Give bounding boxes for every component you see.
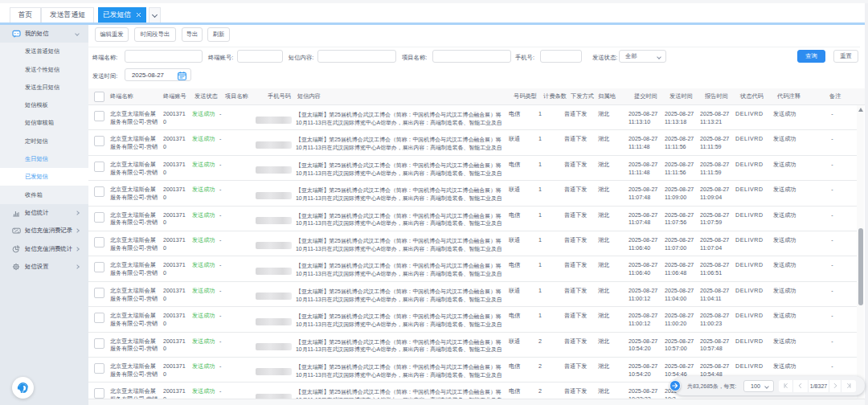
page-indicator[interactable]: 1/8327: [809, 380, 829, 392]
cell-send-mode: 普通下发: [563, 256, 595, 280]
next-page-button[interactable]: [829, 380, 841, 392]
help-fab-button[interactable]: [12, 377, 34, 399]
checkbox-box: [94, 363, 104, 374]
tab-list-dropdown-button[interactable]: [149, 7, 161, 22]
project-name-input[interactable]: [432, 50, 511, 63]
pagination-collapse-button[interactable]: [669, 380, 681, 391]
row-checkbox[interactable]: [88, 207, 110, 231]
cell-project: -: [225, 358, 254, 382]
last-page-button[interactable]: [841, 380, 855, 392]
reset-button[interactable]: 重置: [833, 50, 858, 63]
cell-terminal-name: 北京亚太瑞斯会展服务有限公司-营销: [110, 105, 163, 129]
sidebar-item-发送生日短信[interactable]: 发送生日短信: [0, 79, 88, 96]
cell-region: 湖北: [595, 333, 623, 357]
sidebar-group-短信充值消费记录[interactable]: 短信充值消费记录: [0, 222, 88, 239]
table-vertical-scrollbar[interactable]: [857, 105, 864, 405]
row-checkbox[interactable]: [88, 156, 110, 180]
sidebar-item-发送个性短信[interactable]: 发送个性短信: [0, 60, 88, 78]
table-row[interactable]: 北京亚太瑞斯会展服务有限公司-营销20013710发送成功-【亚太瑞斯】第25届…: [88, 156, 858, 181]
scrollbar-thumb[interactable]: [858, 228, 863, 305]
tab-sent-sms-label: 已发短信: [103, 10, 131, 20]
table-row[interactable]: 北京亚太瑞斯会展服务有限公司-营销20013710发送成功-【亚太瑞斯】第25届…: [88, 130, 858, 155]
send-status-select[interactable]: 全部: [619, 50, 666, 63]
row-checkbox[interactable]: [88, 231, 110, 256]
sidebar-item-已发短信[interactable]: 已发短信: [0, 168, 88, 186]
sms-content-input[interactable]: [317, 50, 396, 63]
cell-send-mode: 普通下发: [563, 282, 595, 306]
sidebar-item-收件箱[interactable]: 收件箱: [0, 186, 88, 203]
prev-page-button[interactable]: [793, 380, 809, 392]
cell-code-note: 发送成功: [769, 181, 805, 205]
row-checkbox[interactable]: [88, 105, 110, 129]
sidebar-item-短信模板[interactable]: 短信模板: [0, 96, 88, 114]
tab-sent-sms[interactable]: 已发短信: [98, 7, 146, 22]
cell-terminal-account: 20013710: [163, 156, 192, 180]
column-header: 归属地: [595, 88, 623, 104]
row-checkbox[interactable]: [88, 358, 110, 382]
table-row[interactable]: 北京亚太瑞斯会展服务有限公司-营销20013710发送成功-【亚太瑞斯】第25届…: [88, 207, 858, 231]
terminal-name-input[interactable]: [125, 50, 203, 63]
checkbox-box: [94, 92, 104, 102]
table-row[interactable]: 北京亚太瑞斯会展服务有限公司-营销20013710发送成功-【亚太瑞斯】第25届…: [88, 105, 858, 130]
table-row[interactable]: 北京亚太瑞斯会展服务有限公司-营销20013710发送成功-【亚太瑞斯】第25届…: [88, 256, 858, 281]
table-row[interactable]: 北京亚太瑞斯会展服务有限公司-营销20013710发送成功-【亚太瑞斯】第25届…: [88, 333, 858, 358]
table-row[interactable]: 北京亚太瑞斯会展服务有限公司-营销20013710发送成功-【亚太瑞斯】第25届…: [88, 231, 858, 256]
export-button[interactable]: 导出: [182, 27, 203, 42]
masked-phone-bar: [256, 217, 292, 224]
scroll-up-arrow-icon[interactable]: [858, 108, 863, 112]
sidebar-group-my-sms[interactable]: 我的短信: [0, 25, 88, 43]
terminal-name-label: 终端名称:: [92, 54, 117, 62]
column-header: 代码注释: [769, 88, 805, 104]
cell-status-code: DELIVRD: [735, 231, 769, 256]
send-time-date-input[interactable]: 2025-08-27: [125, 68, 191, 81]
sidebar-groups: 短信统计短信充值消费记录短信充值消费统计短信设置: [0, 204, 88, 276]
cell-sms-content: 【亚太瑞斯】第25届机博会武汉工博会（简称：中国机博会与武汉工博会融合展）将10…: [296, 282, 505, 306]
cell-phone-masked: [254, 333, 296, 357]
cell-terminal-name: 北京亚太瑞斯会展服务有限公司-营销: [110, 307, 163, 331]
cell-bill-count: 1: [537, 181, 563, 205]
cell-phone-masked: [254, 130, 296, 154]
first-page-button[interactable]: [779, 380, 793, 392]
chevron-down-icon: [152, 11, 158, 17]
sidebar-item-短信审核箱[interactable]: 短信审核箱: [0, 114, 88, 132]
search-button[interactable]: 查询: [797, 50, 825, 63]
time-range-export-button[interactable]: 时间段导出: [134, 27, 176, 42]
row-checkbox[interactable]: [88, 130, 110, 154]
next-page-icon: [832, 382, 838, 389]
sidebar-item-生日短信[interactable]: 生日短信: [0, 150, 88, 168]
refresh-button[interactable]: 刷新: [207, 27, 230, 42]
row-checkbox[interactable]: [88, 307, 110, 331]
page-size-select[interactable]: 100: [743, 380, 774, 392]
table-row[interactable]: 北京亚太瑞斯会展服务有限公司-营销20013710发送成功-【亚太瑞斯】第25届…: [88, 181, 858, 206]
phone-input[interactable]: [540, 50, 582, 63]
cell-submit-time: 2025-08-2711:00:12: [623, 282, 663, 306]
page-scrollbar[interactable]: [865, 3, 868, 405]
cell-code-note: 发送成功: [769, 307, 805, 331]
row-checkbox[interactable]: [88, 256, 110, 280]
table-row[interactable]: 北京亚太瑞斯会展服务有限公司-营销20013710发送成功-【亚太瑞斯】第25届…: [88, 307, 858, 332]
row-checkbox[interactable]: [88, 282, 110, 306]
edit-resend-button[interactable]: 编辑重发: [95, 27, 129, 42]
cell-report-time: 2025-08-2711:13:21: [699, 105, 735, 129]
terminal-account-input[interactable]: [237, 50, 283, 63]
tab-send-normal-sms[interactable]: 发送普通短: [41, 7, 94, 22]
row-checkbox[interactable]: [88, 181, 110, 205]
sidebar-item-定时短信[interactable]: 定时短信: [0, 133, 88, 150]
sidebar-item-发送普通短信[interactable]: 发送普通短信: [0, 43, 88, 60]
sidebar-group-短信充值消费统计[interactable]: 短信充值消费统计: [0, 239, 88, 257]
row-checkbox[interactable]: [88, 333, 110, 357]
sidebar-group-短信统计[interactable]: 短信统计: [0, 204, 88, 222]
headset-icon: [16, 381, 30, 395]
table-horizontal-scrollbar[interactable]: [88, 399, 865, 405]
sidebar-group-短信设置[interactable]: 短信设置: [0, 258, 88, 276]
cell-bill-count: 1: [537, 307, 563, 331]
tab-home[interactable]: 首页: [10, 7, 41, 22]
table-row[interactable]: 北京亚太瑞斯会展服务有限公司-营销20013710发送成功-【亚太瑞斯】第25届…: [88, 282, 858, 307]
checkbox-box: [94, 136, 104, 146]
arrow-right-icon: [672, 382, 678, 389]
close-tab-icon[interactable]: [136, 12, 141, 18]
cell-remark: -: [805, 156, 851, 180]
select-all-checkbox[interactable]: [88, 88, 110, 104]
pagination-total-text: 共83,2685条，每页:: [687, 382, 736, 391]
cell-carrier: 联通: [505, 130, 537, 154]
